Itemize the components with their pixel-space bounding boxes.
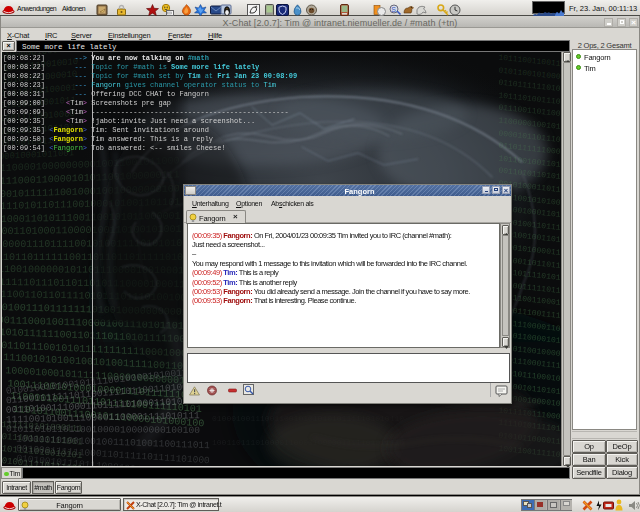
svg-text:S: S <box>391 6 396 13</box>
